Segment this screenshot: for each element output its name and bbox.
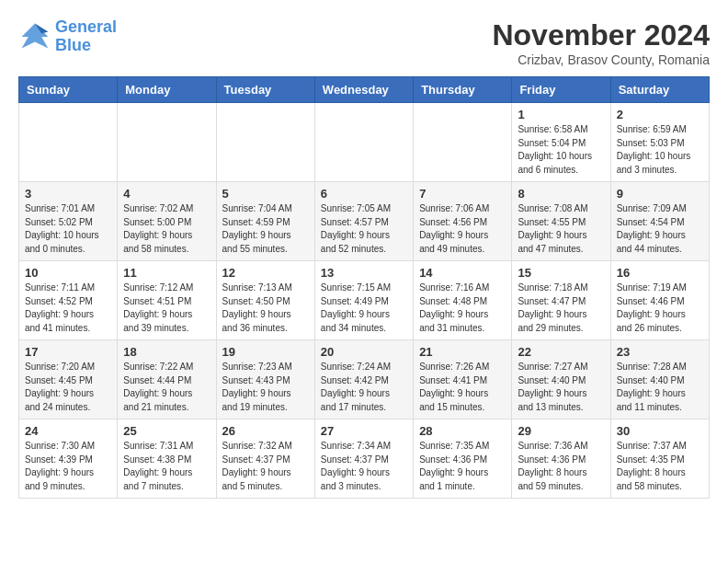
day-number: 24 bbox=[25, 424, 111, 438]
logo-text: General Blue bbox=[55, 18, 117, 55]
calendar-table: SundayMondayTuesdayWednesdayThursdayFrid… bbox=[18, 76, 710, 499]
calendar-week-row: 1Sunrise: 6:58 AMSunset: 5:04 PMDaylight… bbox=[19, 103, 710, 182]
day-info: Sunrise: 6:59 AMSunset: 5:03 PMDaylight:… bbox=[617, 123, 703, 177]
day-number: 12 bbox=[222, 266, 309, 280]
header-day-tuesday: Tuesday bbox=[216, 77, 314, 103]
calendar-cell bbox=[118, 103, 216, 182]
calendar-cell: 9Sunrise: 7:09 AMSunset: 4:54 PMDaylight… bbox=[610, 182, 709, 261]
calendar-cell: 28Sunrise: 7:35 AMSunset: 4:36 PMDayligh… bbox=[414, 419, 512, 499]
logo: General Blue bbox=[18, 18, 117, 55]
calendar-cell bbox=[216, 103, 314, 182]
calendar-cell: 22Sunrise: 7:27 AMSunset: 4:40 PMDayligh… bbox=[512, 340, 610, 419]
day-number: 20 bbox=[321, 345, 407, 359]
day-number: 17 bbox=[25, 345, 111, 359]
calendar-cell: 4Sunrise: 7:02 AMSunset: 5:00 PMDaylight… bbox=[118, 182, 216, 261]
header-day-wednesday: Wednesday bbox=[314, 77, 413, 103]
day-number: 22 bbox=[518, 345, 604, 359]
day-info: Sunrise: 7:19 AMSunset: 4:46 PMDaylight:… bbox=[617, 282, 703, 335]
day-info: Sunrise: 7:24 AMSunset: 4:42 PMDaylight:… bbox=[321, 361, 407, 414]
day-number: 5 bbox=[222, 187, 309, 201]
calendar-cell bbox=[414, 103, 512, 182]
day-number: 11 bbox=[123, 266, 210, 280]
calendar-cell: 14Sunrise: 7:16 AMSunset: 4:48 PMDayligh… bbox=[414, 261, 512, 340]
day-number: 21 bbox=[419, 345, 506, 359]
day-number: 7 bbox=[419, 187, 506, 201]
calendar-cell: 8Sunrise: 7:08 AMSunset: 4:55 PMDaylight… bbox=[512, 182, 610, 261]
calendar-cell: 3Sunrise: 7:01 AMSunset: 5:02 PMDaylight… bbox=[19, 182, 118, 261]
calendar-week-row: 3Sunrise: 7:01 AMSunset: 5:02 PMDaylight… bbox=[19, 182, 710, 261]
header-day-monday: Monday bbox=[118, 77, 216, 103]
calendar-cell: 2Sunrise: 6:59 AMSunset: 5:03 PMDaylight… bbox=[610, 103, 709, 182]
day-number: 6 bbox=[321, 187, 407, 201]
day-number: 16 bbox=[617, 266, 703, 280]
day-number: 30 bbox=[617, 424, 703, 438]
calendar-cell: 19Sunrise: 7:23 AMSunset: 4:43 PMDayligh… bbox=[216, 340, 314, 419]
calendar-cell: 16Sunrise: 7:19 AMSunset: 4:46 PMDayligh… bbox=[610, 261, 709, 340]
day-number: 25 bbox=[123, 424, 210, 438]
day-info: Sunrise: 7:09 AMSunset: 4:54 PMDaylight:… bbox=[617, 202, 703, 256]
day-info: Sunrise: 7:04 AMSunset: 4:59 PMDaylight:… bbox=[222, 202, 309, 256]
day-info: Sunrise: 7:26 AMSunset: 4:41 PMDaylight:… bbox=[419, 361, 506, 414]
day-number: 8 bbox=[518, 187, 604, 201]
calendar-cell: 23Sunrise: 7:28 AMSunset: 4:40 PMDayligh… bbox=[610, 340, 709, 419]
location-subtitle: Crizbav, Brasov County, Romania bbox=[492, 52, 710, 67]
day-info: Sunrise: 7:28 AMSunset: 4:40 PMDaylight:… bbox=[617, 361, 703, 414]
calendar-header-row: SundayMondayTuesdayWednesdayThursdayFrid… bbox=[19, 77, 710, 103]
calendar-cell: 10Sunrise: 7:11 AMSunset: 4:52 PMDayligh… bbox=[19, 261, 118, 340]
calendar-cell: 12Sunrise: 7:13 AMSunset: 4:50 PMDayligh… bbox=[216, 261, 314, 340]
day-number: 26 bbox=[222, 424, 309, 438]
day-info: Sunrise: 7:37 AMSunset: 4:35 PMDaylight:… bbox=[617, 440, 703, 493]
day-number: 14 bbox=[419, 266, 506, 280]
calendar-cell: 18Sunrise: 7:22 AMSunset: 4:44 PMDayligh… bbox=[118, 340, 216, 419]
day-number: 27 bbox=[321, 424, 407, 438]
day-info: Sunrise: 7:27 AMSunset: 4:40 PMDaylight:… bbox=[518, 361, 604, 414]
calendar-cell: 5Sunrise: 7:04 AMSunset: 4:59 PMDaylight… bbox=[216, 182, 314, 261]
day-number: 28 bbox=[419, 424, 506, 438]
day-number: 19 bbox=[222, 345, 309, 359]
day-info: Sunrise: 7:35 AMSunset: 4:36 PMDaylight:… bbox=[419, 440, 506, 493]
calendar-cell: 17Sunrise: 7:20 AMSunset: 4:45 PMDayligh… bbox=[19, 340, 118, 419]
day-info: Sunrise: 7:31 AMSunset: 4:38 PMDaylight:… bbox=[123, 440, 210, 493]
day-info: Sunrise: 7:32 AMSunset: 4:37 PMDaylight:… bbox=[222, 440, 309, 493]
logo-icon bbox=[18, 20, 51, 53]
day-number: 29 bbox=[518, 424, 604, 438]
calendar-cell: 20Sunrise: 7:24 AMSunset: 4:42 PMDayligh… bbox=[314, 340, 413, 419]
title-block: November 2024 Crizbav, Brasov County, Ro… bbox=[492, 18, 710, 67]
month-year-title: November 2024 bbox=[492, 18, 710, 52]
day-number: 18 bbox=[123, 345, 210, 359]
calendar-cell: 24Sunrise: 7:30 AMSunset: 4:39 PMDayligh… bbox=[19, 419, 118, 499]
calendar-cell bbox=[314, 103, 413, 182]
day-info: Sunrise: 7:01 AMSunset: 5:02 PMDaylight:… bbox=[25, 202, 111, 256]
day-info: Sunrise: 7:02 AMSunset: 5:00 PMDaylight:… bbox=[123, 202, 210, 256]
calendar-cell: 26Sunrise: 7:32 AMSunset: 4:37 PMDayligh… bbox=[216, 419, 314, 499]
day-info: Sunrise: 7:11 AMSunset: 4:52 PMDaylight:… bbox=[25, 282, 111, 335]
day-info: Sunrise: 7:05 AMSunset: 4:57 PMDaylight:… bbox=[321, 202, 407, 256]
header-day-thursday: Thursday bbox=[414, 77, 512, 103]
calendar-cell: 27Sunrise: 7:34 AMSunset: 4:37 PMDayligh… bbox=[314, 419, 413, 499]
header-day-friday: Friday bbox=[512, 77, 610, 103]
page-header: General Blue November 2024 Crizbav, Bras… bbox=[18, 18, 710, 67]
day-number: 10 bbox=[25, 266, 111, 280]
calendar-cell: 7Sunrise: 7:06 AMSunset: 4:56 PMDaylight… bbox=[414, 182, 512, 261]
day-number: 4 bbox=[123, 187, 210, 201]
calendar-cell: 11Sunrise: 7:12 AMSunset: 4:51 PMDayligh… bbox=[118, 261, 216, 340]
day-info: Sunrise: 7:20 AMSunset: 4:45 PMDaylight:… bbox=[25, 361, 111, 414]
svg-marker-0 bbox=[22, 23, 49, 48]
day-info: Sunrise: 7:12 AMSunset: 4:51 PMDaylight:… bbox=[123, 282, 210, 335]
day-info: Sunrise: 7:08 AMSunset: 4:55 PMDaylight:… bbox=[518, 202, 604, 256]
day-info: Sunrise: 6:58 AMSunset: 5:04 PMDaylight:… bbox=[518, 123, 604, 177]
day-number: 9 bbox=[617, 187, 703, 201]
calendar-cell: 29Sunrise: 7:36 AMSunset: 4:36 PMDayligh… bbox=[512, 419, 610, 499]
day-number: 23 bbox=[617, 345, 703, 359]
header-day-saturday: Saturday bbox=[610, 77, 709, 103]
day-info: Sunrise: 7:06 AMSunset: 4:56 PMDaylight:… bbox=[419, 202, 506, 256]
day-number: 13 bbox=[321, 266, 407, 280]
calendar-cell: 6Sunrise: 7:05 AMSunset: 4:57 PMDaylight… bbox=[314, 182, 413, 261]
day-info: Sunrise: 7:30 AMSunset: 4:39 PMDaylight:… bbox=[25, 440, 111, 493]
calendar-cell: 25Sunrise: 7:31 AMSunset: 4:38 PMDayligh… bbox=[118, 419, 216, 499]
day-info: Sunrise: 7:13 AMSunset: 4:50 PMDaylight:… bbox=[222, 282, 309, 335]
header-day-sunday: Sunday bbox=[19, 77, 118, 103]
calendar-week-row: 17Sunrise: 7:20 AMSunset: 4:45 PMDayligh… bbox=[19, 340, 710, 419]
day-info: Sunrise: 7:36 AMSunset: 4:36 PMDaylight:… bbox=[518, 440, 604, 493]
calendar-week-row: 10Sunrise: 7:11 AMSunset: 4:52 PMDayligh… bbox=[19, 261, 710, 340]
